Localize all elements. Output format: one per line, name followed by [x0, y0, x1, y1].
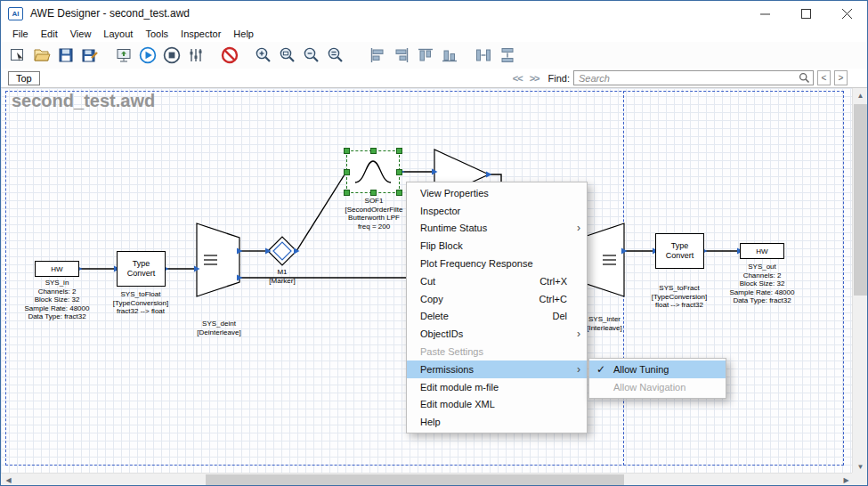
align-right-button[interactable]	[389, 44, 413, 67]
search-box	[573, 70, 814, 85]
menu-edit[interactable]: Edit	[35, 27, 64, 41]
selection-handle[interactable]	[344, 190, 350, 196]
open-button[interactable]	[29, 44, 53, 67]
search-input[interactable]	[573, 70, 814, 85]
check-icon: ✓	[596, 363, 605, 376]
type-convert-line1: Type	[671, 241, 689, 251]
ctx-edit-module-m-file[interactable]: Edit module m-file	[407, 378, 587, 396]
selection-handle[interactable]	[370, 148, 377, 154]
ctx-cut[interactable]: CutCtrl+X	[407, 272, 587, 290]
distribute-vertical-button[interactable]	[495, 44, 519, 67]
ctx-view-properties[interactable]: View Properties	[407, 184, 587, 202]
sys-in-block[interactable]: HW	[35, 261, 79, 277]
marker-block[interactable]	[268, 237, 296, 265]
align-top-button[interactable]	[413, 44, 437, 67]
ctx-copy[interactable]: CopyCtrl+C	[407, 290, 587, 308]
close-button[interactable]	[826, 1, 867, 26]
sys-tofloat-block[interactable]: Type Convert	[117, 251, 166, 287]
type-convert-line2: Convert	[127, 269, 156, 279]
block-name: M1	[224, 268, 340, 277]
nav-bar: Top << >> Find: < >	[1, 69, 867, 88]
zoom-out-button[interactable]	[299, 44, 323, 67]
scroll-up-icon[interactable]: ▲	[853, 88, 868, 103]
zoom-in-button[interactable]	[251, 44, 275, 67]
scroll-left-icon[interactable]: ◀	[1, 474, 16, 486]
maximize-button[interactable]	[785, 1, 826, 26]
vertical-scrollbar[interactable]: ▲ ▼	[852, 88, 867, 474]
menu-help[interactable]: Help	[227, 27, 260, 41]
align-top-icon	[416, 45, 435, 65]
deinterleave-block[interactable]	[197, 223, 239, 296]
sys-tofract-block[interactable]: Type Convert	[655, 233, 704, 269]
shortcut: Ctrl+X	[539, 276, 580, 287]
align-left-button[interactable]	[365, 44, 389, 67]
submenu-allow-tuning[interactable]: ✓ Allow Tuning	[589, 360, 726, 378]
zoom-fit-button[interactable]	[323, 44, 347, 67]
ctx-edit-module-xml[interactable]: Edit module XML	[407, 396, 587, 414]
stop-icon	[162, 45, 182, 65]
ctx-objectids[interactable]: ObjectIDs›	[407, 325, 587, 343]
maximize-icon	[801, 9, 811, 19]
distribute-horizontal-icon	[474, 45, 493, 65]
ctx-inspector[interactable]: Inspector	[407, 202, 587, 220]
menu-tools[interactable]: Tools	[139, 27, 174, 41]
find-next-button[interactable]: >	[834, 70, 848, 85]
history-back-button[interactable]: <<	[511, 73, 524, 84]
play-button[interactable]	[135, 44, 159, 67]
block-detail: Data Type: fract32	[704, 296, 820, 305]
ctx-permissions[interactable]: Permissions›	[407, 360, 587, 378]
block-detail: Block Size: 32	[704, 279, 820, 288]
menu-file[interactable]: File	[6, 27, 35, 41]
ctx-delete[interactable]: DeleteDel	[407, 308, 587, 326]
block-detail: Channels: 2	[704, 271, 820, 280]
zoom-region-icon	[278, 45, 297, 65]
distribute-horizontal-button[interactable]	[471, 44, 495, 67]
ctx-help[interactable]: Help	[407, 413, 587, 431]
block-name: SYS_in	[1, 279, 115, 288]
find-previous-button[interactable]: <	[817, 70, 831, 85]
halt-button[interactable]	[217, 44, 241, 67]
align-bottom-button[interactable]	[437, 44, 461, 67]
menu-bar: File Edit View Layout Tools Inspector He…	[1, 26, 867, 42]
zoom-region-button[interactable]	[275, 44, 299, 67]
selection-handle[interactable]	[344, 169, 350, 175]
scrollbar-corner	[852, 473, 867, 485]
horizontal-scroll-thumb[interactable]	[206, 474, 624, 485]
save-button[interactable]	[53, 44, 77, 67]
horizontal-scrollbar[interactable]: ◀ ▶	[1, 473, 854, 485]
ctx-runtime-status[interactable]: Runtime Status›	[407, 220, 587, 238]
vertical-scroll-thumb[interactable]	[854, 104, 867, 296]
history-forward-button[interactable]: >>	[528, 73, 541, 84]
menu-view[interactable]: View	[64, 27, 98, 41]
selection-handle[interactable]	[396, 148, 402, 154]
minimize-button[interactable]	[744, 1, 785, 26]
selection-handle[interactable]	[396, 190, 402, 196]
shortcut: Ctrl+C	[539, 294, 580, 304]
ctx-flip-block[interactable]: Flip Block	[407, 237, 587, 255]
align-right-icon	[392, 45, 411, 65]
deploy-target-button[interactable]	[111, 44, 135, 67]
ctx-plot-frequency-response[interactable]: Plot Frequency Response	[407, 255, 587, 272]
selection-handle[interactable]	[370, 190, 377, 196]
sof1-block-selected[interactable]	[346, 150, 400, 193]
selection-handle[interactable]	[344, 148, 350, 154]
audio-config-button[interactable]	[183, 44, 207, 67]
halt-icon	[220, 45, 239, 65]
breadcrumb-top-tab[interactable]: Top	[8, 71, 40, 85]
audio-config-icon	[186, 45, 206, 65]
stop-button[interactable]	[159, 44, 183, 67]
new-design-button[interactable]	[5, 44, 29, 67]
sys-out-block[interactable]: HW	[740, 243, 784, 259]
menu-layout[interactable]: Layout	[97, 27, 139, 41]
selection-handle[interactable]	[396, 169, 402, 175]
block-detail: [Marker]	[224, 277, 340, 286]
sys-out-box-label: HW	[756, 247, 767, 255]
sys-tofloat-label: SYS_toFloat [TypeConversion] fract32 -->…	[83, 290, 199, 316]
submenu-allow-navigation: Allow Navigation	[589, 378, 726, 396]
menu-inspector[interactable]: Inspector	[174, 27, 227, 41]
save-as-button[interactable]	[77, 44, 101, 67]
zoom-in-icon	[254, 45, 273, 65]
minimize-icon	[760, 9, 770, 19]
design-canvas[interactable]: second_test.awd	[1, 88, 854, 474]
deploy-target-icon	[114, 45, 134, 65]
